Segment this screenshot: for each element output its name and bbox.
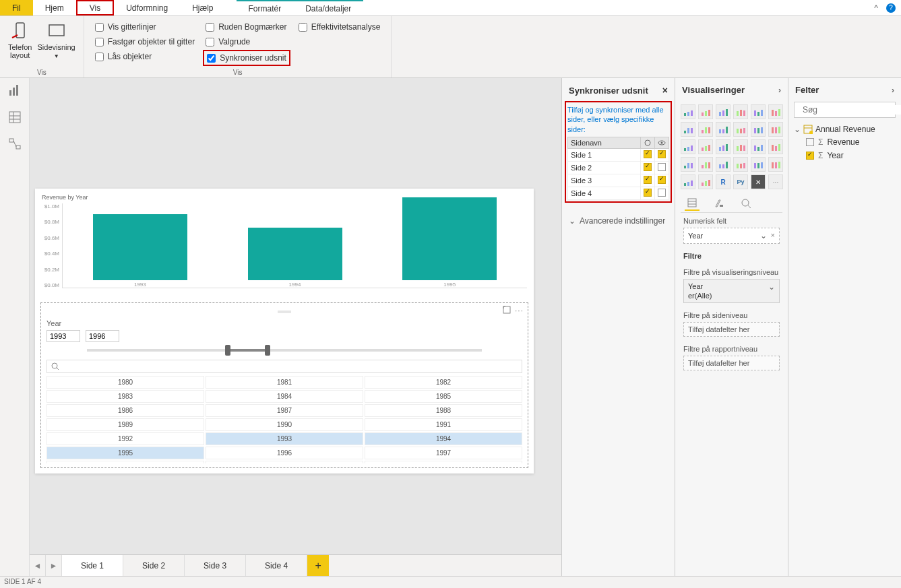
year-cell[interactable]: 1998 [46,461,204,463]
viz-type-icon[interactable] [768,139,783,154]
bar-chart-visual[interactable]: Revenue by Year $1.0M$0.8M$0.6M$0.4M$0.2… [35,189,534,300]
year-cell[interactable]: 1993 [206,432,363,445]
viz-type-icon[interactable] [733,157,748,172]
slicer-visual[interactable]: ··· Year 198019811982198319841985 [40,302,528,468]
sync-check[interactable] [644,163,652,171]
slicer-to-input[interactable] [86,330,119,342]
check-perf[interactable]: Effektivitetsanalyse [296,20,383,34]
viz-type-icon[interactable] [681,122,695,137]
year-cell[interactable]: 1995 [46,447,204,459]
chart-bar[interactable] [248,228,342,280]
viz-type-icon[interactable] [733,139,748,154]
viz-tab-format[interactable] [712,196,726,211]
viz-type-icon[interactable] [733,122,748,137]
range-slider[interactable] [87,349,482,352]
year-cell[interactable]: 1982 [365,376,522,389]
help-icon[interactable]: ? [886,3,896,13]
drag-grip-icon[interactable] [278,311,291,313]
viz-type-icon[interactable] [698,139,713,154]
viz-type-icon[interactable]: R [716,174,731,189]
viz-tab-fields[interactable] [685,196,700,211]
range-thumb-right[interactable] [265,345,270,356]
viz-type-icon[interactable] [751,122,766,137]
viz-type-icon[interactable] [681,104,695,119]
tab-data[interactable]: Data/detaljer [293,0,363,15]
check-snap[interactable]: Fastgør objekter til gitter [92,35,197,48]
field-checkbox[interactable] [806,138,814,146]
year-cell[interactable]: 1980 [46,376,204,389]
viz-type-icon[interactable] [698,122,713,137]
collapse-ribbon-icon[interactable]: ^ [874,3,878,13]
chevron-down-icon[interactable]: ⌄ [760,231,767,240]
check-lock[interactable]: Lås objekter [92,50,197,63]
model-view-icon[interactable] [8,137,22,151]
report-canvas[interactable]: Revenue by Year $1.0M$0.8M$0.6M$0.4M$0.2… [30,78,561,576]
year-cell[interactable]: 1997 [365,447,522,459]
viz-type-icon[interactable] [698,157,713,172]
field-revenue[interactable]: ΣRevenue [794,135,896,149]
field-checkbox[interactable] [806,152,814,160]
report-view-icon[interactable] [8,84,22,97]
sync-pane-header[interactable]: Synkroniser udsnit × [562,78,675,102]
year-cell[interactable]: 1990 [206,418,363,431]
viz-type-icon[interactable] [698,174,713,189]
field-well-year[interactable]: Year ⌄× [683,228,780,244]
page-tab[interactable]: Side 3 [185,555,246,576]
page-tab[interactable]: Side 2 [123,555,185,576]
advanced-settings-toggle[interactable]: ⌄ Avancerede indstillinger [562,212,675,230]
viz-type-icon[interactable] [751,157,766,172]
viz-type-icon[interactable] [751,104,766,119]
add-page-button[interactable]: + [307,555,329,576]
tab-file[interactable]: Fil [0,0,33,15]
viz-type-icon[interactable] [716,139,731,154]
page-nav-next[interactable]: ► [46,555,62,576]
remove-field-icon[interactable]: × [771,231,775,240]
data-view-icon[interactable] [8,110,22,124]
year-cell[interactable]: 1996 [206,447,363,459]
year-cell[interactable]: 1989 [46,418,204,431]
phone-layout-button[interactable]: Telefon layout [5,19,34,61]
year-cell[interactable]: 1992 [46,432,204,445]
viz-type-icon[interactable] [698,104,713,119]
viz-type-icon[interactable]: ✕ [751,174,766,189]
viz-type-icon[interactable] [768,122,783,137]
filter-visual-year[interactable]: Year⌄ er(Alle) [683,279,780,303]
filter-page-drop[interactable]: Tilføj datafelter her [683,322,780,337]
viz-type-icon[interactable]: Py [733,174,748,189]
viz-type-icon[interactable]: ··· [768,174,783,189]
viz-type-icon[interactable] [768,104,783,119]
viz-type-icon[interactable] [681,174,695,189]
chart-bar[interactable] [93,214,187,280]
year-cell[interactable]: 1983 [46,390,204,403]
viz-type-icon[interactable] [733,104,748,119]
year-cell[interactable]: 1981 [206,376,363,389]
year-cell[interactable]: 1985 [365,390,522,403]
sync-check[interactable] [644,150,652,158]
viz-tab-analytics[interactable] [739,196,753,211]
slicer-search[interactable] [46,360,522,373]
sync-check[interactable] [644,176,652,184]
year-cell[interactable]: 1991 [365,418,522,431]
tab-help[interactable]: Hjælp [180,0,225,15]
viz-pane-header[interactable]: Visualiseringer › [675,78,788,102]
more-options-icon[interactable]: ··· [515,306,524,315]
visible-check[interactable] [658,176,666,184]
check-bookmarks[interactable]: Ruden Bogmærker [203,20,290,34]
page-view-button[interactable]: Sidevisning▼ [34,19,77,61]
chart-bar[interactable] [402,197,497,280]
check-gridlines[interactable]: Vis gitterlinjer [92,20,197,34]
year-cell[interactable]: 1986 [46,404,204,417]
tab-format[interactable]: Formatér [237,0,294,15]
range-thumb-left[interactable] [225,345,230,356]
viz-type-icon[interactable] [681,157,695,172]
tab-view[interactable]: Vis [76,0,114,15]
viz-type-icon[interactable] [751,139,766,154]
viz-type-icon[interactable] [681,139,695,154]
field-year[interactable]: ΣYear [794,149,896,162]
check-selection[interactable]: Valgrude [203,35,290,48]
fields-search-input[interactable] [803,105,901,115]
slicer-from-input[interactable] [46,330,80,342]
year-cell[interactable]: 1999 [206,461,363,463]
year-cell[interactable]: 1984 [206,390,363,403]
viz-type-icon[interactable] [716,104,731,119]
